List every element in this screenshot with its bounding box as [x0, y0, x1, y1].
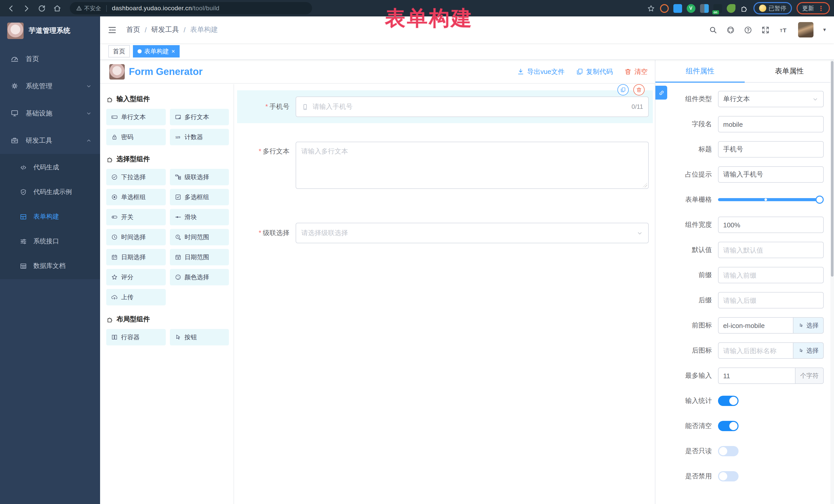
component-cascader[interactable]: 级联选择: [170, 169, 229, 185]
url-text: dashboard.yudao.iocoder.cn/tool/build: [112, 5, 219, 12]
clearable-toggle[interactable]: [718, 421, 739, 431]
title-input[interactable]: [718, 141, 824, 158]
tab-form-props[interactable]: 表单属性: [745, 60, 834, 82]
form-grid-slider[interactable]: [718, 198, 820, 201]
component-date-picker[interactable]: 日期选择: [106, 249, 166, 265]
component-password[interactable]: 密码: [106, 129, 166, 145]
form-field-cascader[interactable]: *级联选择 请选择级联选择: [237, 217, 653, 249]
component-time-picker[interactable]: 时间选择: [106, 229, 166, 245]
bookmark-star-icon[interactable]: [646, 4, 655, 13]
github-icon[interactable]: [726, 25, 735, 34]
update-button[interactable]: 更新 ⋮: [796, 2, 830, 14]
extension-icon[interactable]: [673, 4, 682, 13]
component-radio-group[interactable]: 单选框组: [106, 189, 166, 205]
help-icon[interactable]: [744, 25, 752, 34]
browser-menu-icon[interactable]: ⋮: [817, 4, 824, 12]
component-time-range[interactable]: 时间范围: [170, 229, 229, 245]
reload-icon[interactable]: [38, 4, 46, 13]
delete-field-button[interactable]: [633, 84, 644, 95]
sidebar-item-label: 研发工具: [26, 136, 52, 145]
breadcrumb-home[interactable]: 首页: [126, 25, 140, 35]
placeholder-input[interactable]: [718, 166, 824, 183]
scrollbar[interactable]: [830, 60, 834, 504]
sidebar-item-system-api[interactable]: 系统接口: [0, 229, 100, 254]
user-avatar[interactable]: [798, 22, 813, 38]
slider-handle[interactable]: [815, 196, 824, 204]
component-upload[interactable]: 上传: [106, 289, 166, 305]
sidebar-item-codegen-demo[interactable]: 代码生成示例: [0, 180, 100, 204]
choose-suffix-icon-button[interactable]: 选择: [793, 342, 824, 359]
textarea-input[interactable]: 请输入多行文本: [295, 141, 649, 189]
forward-icon[interactable]: [22, 4, 31, 13]
mobile-input[interactable]: 请输入手机号 0/11: [295, 96, 649, 117]
prefix-icon-input[interactable]: [718, 317, 793, 334]
back-icon[interactable]: [7, 4, 15, 13]
tab-component-props[interactable]: 组件属性: [655, 60, 745, 82]
section-title-layout: 布局型组件: [106, 314, 229, 324]
component-width-input[interactable]: [718, 217, 824, 233]
component-single-text[interactable]: 单行文本: [106, 109, 166, 125]
profile-paused-badge[interactable]: 已暂停: [753, 2, 792, 14]
component-counter[interactable]: 123计数器: [170, 129, 229, 145]
sidebar-item-home[interactable]: 首页: [0, 45, 100, 72]
sidebar-item-form-build[interactable]: 表单构建: [0, 204, 100, 229]
tag-form-build[interactable]: 表单构建 ×: [133, 45, 180, 58]
sidebar-item-devtools[interactable]: 研发工具: [0, 127, 100, 154]
choose-prefix-icon-button[interactable]: 选择: [793, 317, 824, 334]
link-handle-button[interactable]: [655, 86, 667, 100]
form-field-textarea[interactable]: *多行文本 请输入多行文本: [237, 135, 653, 195]
field-name-input[interactable]: [718, 116, 824, 132]
copy-code-button[interactable]: 复制代码: [576, 67, 613, 76]
component-type-select[interactable]: 单行文本: [718, 91, 824, 107]
maxlength-unit: 个字符: [795, 368, 824, 384]
suffix-input[interactable]: [718, 292, 824, 308]
fullscreen-icon[interactable]: [761, 25, 770, 34]
disabled-toggle[interactable]: [718, 471, 739, 481]
component-select[interactable]: 下拉选择: [106, 169, 166, 185]
duplicate-field-button[interactable]: [617, 84, 629, 95]
component-slider[interactable]: 滑块: [170, 209, 229, 225]
extension-icon[interactable]: [660, 4, 668, 13]
component-button[interactable]: 按钮: [170, 329, 229, 345]
cascader-input[interactable]: 请选择级联选择: [295, 223, 649, 243]
sidebar-item-infra[interactable]: 基础设施: [0, 100, 100, 127]
component-color-picker[interactable]: 颜色选择: [170, 269, 229, 285]
extensions-puzzle-icon[interactable]: [740, 4, 749, 13]
component-date-range[interactable]: 日期范围: [170, 249, 229, 265]
suffix-icon-input[interactable]: [718, 342, 793, 359]
clear-button[interactable]: 清空: [624, 67, 648, 76]
extension-icon[interactable]: [700, 4, 708, 13]
component-rate[interactable]: 评分: [106, 269, 166, 285]
extension-icon[interactable]: on: [713, 4, 722, 13]
export-vue-button[interactable]: 导出vue文件: [517, 67, 565, 76]
tag-home[interactable]: 首页: [108, 45, 130, 58]
form-field-mobile[interactable]: *手机号 请输入手机号 0/11: [237, 90, 653, 123]
breadcrumb-devtools[interactable]: 研发工具: [151, 25, 179, 35]
component-switch[interactable]: 开关: [106, 209, 166, 225]
resize-handle[interactable]: [642, 183, 647, 187]
extension-icon[interactable]: [726, 4, 735, 13]
word-limit-toggle[interactable]: [718, 396, 739, 406]
default-value-input[interactable]: [718, 242, 824, 258]
browser-home-icon[interactable]: [53, 4, 62, 13]
component-row-container[interactable]: 行容器: [106, 329, 166, 345]
close-tag-icon[interactable]: ×: [171, 48, 175, 55]
extension-icon[interactable]: V: [686, 4, 695, 13]
url-bar[interactable]: 不安全 dashboard.yudao.iocoder.cn/tool/buil…: [70, 2, 312, 14]
sidebar-item-db-doc[interactable]: 数据库文档: [0, 254, 100, 278]
prop-row-prefix-icon: 前图标 选择: [655, 317, 824, 334]
component-textarea[interactable]: 多行文本: [170, 109, 229, 125]
sidebar-item-codegen[interactable]: 代码生成: [0, 155, 100, 180]
user-menu-caret-icon[interactable]: ▼: [822, 27, 827, 32]
collapse-sidebar-icon[interactable]: [107, 25, 117, 35]
maxlength-input[interactable]: [718, 368, 795, 384]
component-checkbox-group[interactable]: 多选框组: [170, 189, 229, 205]
app-logo-row[interactable]: 芋道管理系统: [0, 17, 100, 45]
search-icon[interactable]: [709, 25, 718, 34]
sidebar-item-system[interactable]: 系统管理: [0, 72, 100, 100]
font-size-icon[interactable]: TT: [778, 25, 789, 34]
scrollbar-thumb[interactable]: [831, 61, 833, 277]
security-status[interactable]: 不安全: [76, 4, 101, 12]
prefix-input[interactable]: [718, 267, 824, 283]
readonly-toggle[interactable]: [718, 446, 739, 456]
